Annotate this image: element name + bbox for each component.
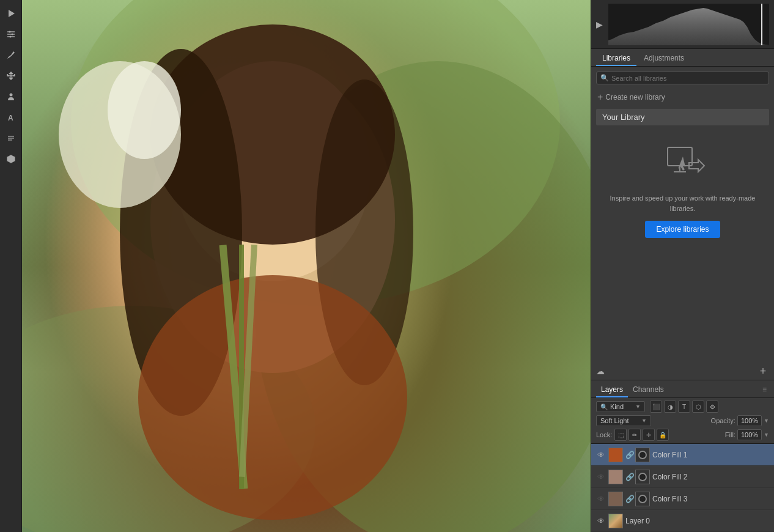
layers-row-lock: Lock: ⬚ ✏ ✛ 🔒 Fill: 100% ▼ — [596, 429, 769, 441]
svg-point-4 — [9, 31, 10, 33]
layers-tabs-bar: Layers Channels ≡ — [591, 380, 774, 398]
layer-visibility-0[interactable]: 👁 — [596, 516, 606, 526]
layer-item-layer-0[interactable]: 👁 Layer 0 — [591, 510, 774, 532]
type-tool[interactable]: A — [2, 109, 20, 126]
add-layer-button[interactable]: + — [757, 365, 769, 377]
arrows-tool[interactable] — [2, 67, 20, 84]
search-icon: 🔍 — [600, 74, 609, 82]
cloud-icon: ☁ — [596, 366, 605, 376]
create-library-label: Create new library — [605, 93, 665, 102]
paragraph-tool[interactable] — [2, 130, 20, 147]
layers-menu-icon[interactable]: ≡ — [760, 383, 769, 397]
histogram-area: ▶ — [591, 0, 774, 49]
svg-marker-0 — [9, 10, 15, 17]
layer-item-color-fill-2[interactable]: 👁 🔗 Color Fill 2 — [591, 466, 774, 488]
lock-position-btn[interactable]: ✛ — [643, 429, 655, 441]
fill-arrow-icon: ▼ — [764, 432, 769, 438]
layer-thumb-1 — [608, 448, 623, 462]
fill-group: Fill: 100% ▼ — [725, 429, 769, 440]
photo-canvas — [22, 0, 591, 532]
filter-adjust-icon[interactable]: ◑ — [664, 401, 676, 413]
layer-name-1: Color Fill 1 — [652, 451, 769, 459]
cube-tool[interactable] — [2, 150, 20, 168]
fill-label: Fill: — [725, 431, 735, 438]
mask-icon-1 — [638, 451, 647, 459]
lock-draw-btn[interactable]: ✏ — [628, 429, 641, 441]
library-tabs: Libraries Adjustments — [591, 49, 774, 67]
play-tool[interactable] — [2, 5, 20, 22]
photo-background — [22, 0, 591, 532]
mask-icon-2 — [638, 473, 647, 481]
layers-list: 👁 🔗 Color Fill 1 👁 🔗 Color Fill 2 👁 🔗 — [591, 444, 774, 532]
layer-item-color-fill-3[interactable]: 👁 🔗 Color Fill 3 — [591, 488, 774, 510]
search-input[interactable] — [611, 75, 765, 82]
layer-mask-2 — [635, 470, 650, 484]
svg-point-9 — [9, 94, 12, 97]
tab-channels[interactable]: Channels — [628, 383, 669, 397]
opacity-label: Opacity: — [711, 417, 735, 424]
kind-arrow-icon: ▼ — [635, 404, 641, 410]
tab-libraries[interactable]: Libraries — [596, 51, 636, 66]
layer-chain-1: 🔗 — [625, 451, 633, 459]
your-library-item[interactable]: Your Library — [596, 109, 769, 125]
search-bar[interactable]: 🔍 — [596, 72, 769, 84]
layer-mask-3 — [635, 492, 650, 506]
brush-tool[interactable] — [2, 46, 20, 64]
layer-chain-2: 🔗 — [625, 473, 633, 481]
mask-icon-3 — [638, 495, 647, 503]
layer-visibility-2[interactable]: 👁 — [596, 472, 606, 482]
svg-point-6 — [9, 36, 11, 38]
kind-dropdown[interactable]: 🔍 Kind ▼ — [596, 401, 645, 412]
blend-mode-dropdown[interactable]: Soft Light ▼ — [596, 415, 651, 426]
opacity-value[interactable]: 100% — [737, 415, 762, 426]
tab-layers[interactable]: Layers — [596, 383, 628, 397]
library-promo-icon — [658, 141, 707, 186]
sliders-tool[interactable] — [2, 26, 20, 43]
layer-filter-icons: ⬛ ◑ T ⬡ ⚙ — [650, 401, 718, 413]
canvas-area[interactable] — [22, 0, 591, 532]
layers-controls: 🔍 Kind ▼ ⬛ ◑ T ⬡ ⚙ Soft Light ▼ Opacity:… — [591, 398, 774, 444]
layers-row-kind: 🔍 Kind ▼ ⬛ ◑ T ⬡ ⚙ — [596, 401, 769, 413]
layer-name-0: Layer 0 — [625, 517, 769, 525]
lock-all-btn[interactable]: 🔒 — [657, 429, 669, 441]
layers-cloud-bar: ☁ + — [591, 363, 774, 380]
blend-mode-label: Soft Light — [600, 417, 628, 424]
fill-value[interactable]: 100% — [737, 429, 762, 440]
layer-thumb-2 — [608, 470, 623, 484]
layer-mask-1 — [635, 448, 650, 462]
lock-pixel-btn[interactable]: ⬚ — [614, 429, 627, 441]
opacity-group: Opacity: 100% ▼ — [711, 415, 769, 426]
kind-label: Kind — [610, 403, 624, 410]
right-panel: ▶ Libraries Adjustments 🔍 — [591, 0, 774, 532]
layer-item-color-fill-1[interactable]: 👁 🔗 Color Fill 1 — [591, 444, 774, 466]
layer-thumb-3 — [608, 492, 623, 506]
histogram-play-btn[interactable]: ▶ — [596, 20, 606, 29]
library-promo-description: Inspire and speed up your work with read… — [601, 193, 764, 213]
explore-libraries-button[interactable]: Explore libraries — [645, 221, 720, 238]
filter-type-icon[interactable]: T — [678, 401, 690, 413]
blend-arrow-icon: ▼ — [641, 418, 647, 424]
library-section: 🔍 + Create new library Your Library — [591, 67, 774, 363]
library-promo: Inspire and speed up your work with read… — [596, 131, 769, 248]
svg-text:A: A — [8, 114, 13, 122]
lock-label: Lock: — [596, 431, 612, 438]
layer-visibility-3[interactable]: 👁 — [596, 494, 606, 504]
layer-name-3: Color Fill 3 — [652, 495, 769, 503]
layer-name-2: Color Fill 2 — [652, 473, 769, 481]
filter-shape-icon[interactable]: ⬡ — [692, 401, 704, 413]
layer-visibility-1[interactable]: 👁 — [596, 450, 606, 460]
create-library-button[interactable]: + Create new library — [596, 89, 769, 105]
layers-row-blend: Soft Light ▼ Opacity: 100% ▼ — [596, 415, 769, 426]
histogram-canvas — [608, 4, 769, 45]
left-toolbar: A — [0, 0, 22, 532]
layer-thumb-0 — [608, 514, 623, 528]
filter-smart-icon[interactable]: ⚙ — [706, 401, 718, 413]
person-tool[interactable] — [2, 88, 20, 105]
filter-pixel-icon[interactable]: ⬛ — [650, 401, 662, 413]
tab-adjustments[interactable]: Adjustments — [638, 51, 690, 66]
svg-point-5 — [11, 34, 13, 35]
plus-icon: + — [597, 92, 603, 103]
opacity-arrow-icon: ▼ — [764, 418, 769, 424]
layer-chain-3: 🔗 — [625, 495, 633, 503]
lock-icons: ⬚ ✏ ✛ 🔒 — [614, 429, 669, 441]
